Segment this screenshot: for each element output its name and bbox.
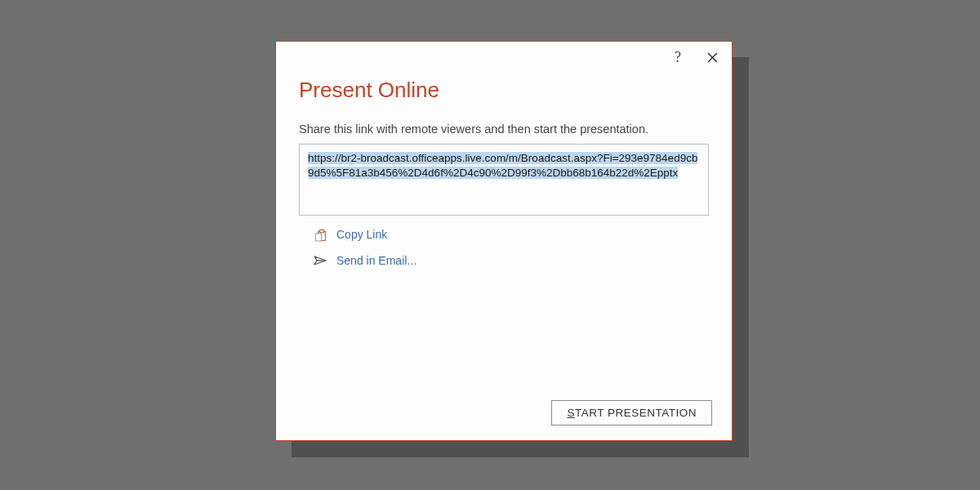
send-email-action[interactable]: Send in Email... bbox=[314, 253, 416, 268]
help-icon: ? bbox=[675, 49, 681, 66]
close-icon bbox=[707, 52, 718, 63]
start-presentation-button[interactable]: START PRESENTATION bbox=[551, 400, 712, 425]
dialog-footer: START PRESENTATION bbox=[551, 400, 712, 425]
link-actions: Copy Link Send in Email... bbox=[299, 227, 709, 268]
instruction-text: Share this link with remote viewers and … bbox=[299, 122, 709, 136]
svg-rect-3 bbox=[319, 229, 323, 232]
share-url-field[interactable]: https://br2-broadcast.officeapps.live.co… bbox=[299, 144, 709, 216]
titlebar: ? bbox=[276, 42, 732, 73]
dialog-title: Present Online bbox=[299, 78, 709, 103]
share-url-text: https://br2-broadcast.officeapps.live.co… bbox=[308, 152, 697, 179]
help-button[interactable]: ? bbox=[666, 46, 689, 69]
close-button[interactable] bbox=[701, 46, 724, 69]
send-icon bbox=[314, 253, 328, 268]
copy-link-label: Copy Link bbox=[336, 228, 387, 241]
dialog-content: Present Online Share this link with remo… bbox=[276, 78, 732, 268]
svg-rect-4 bbox=[315, 234, 321, 241]
copy-link-action[interactable]: Copy Link bbox=[314, 227, 387, 242]
send-email-label: Send in Email... bbox=[336, 254, 416, 267]
start-accel: S bbox=[567, 407, 575, 419]
clipboard-icon bbox=[314, 227, 328, 242]
present-online-dialog: ? Present Online Share this link with re… bbox=[275, 41, 733, 441]
start-rest: TART PRESENTATION bbox=[575, 407, 697, 419]
